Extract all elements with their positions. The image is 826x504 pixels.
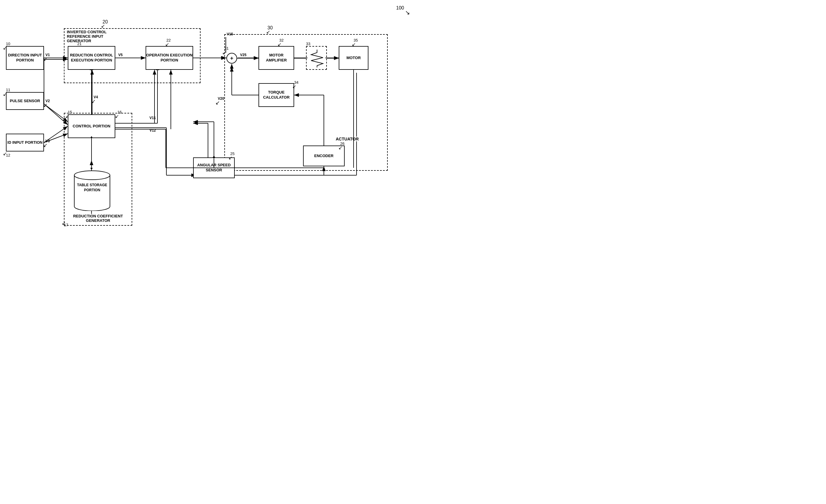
- arrow-35: ↙: [352, 42, 356, 47]
- arrow-100: ↙: [405, 9, 410, 16]
- ref-100: 100: [396, 5, 404, 11]
- arrow-26: ↙: [339, 145, 342, 150]
- inverted-control-label: INVERTED CONTROLREFERENCE INPUTGENERATOR: [67, 30, 107, 43]
- wiggly-V1: ↙: [43, 56, 48, 62]
- arrow-16: ↙: [115, 114, 119, 119]
- ref-21: 21: [77, 42, 81, 46]
- arrow-15: ↙: [65, 114, 69, 119]
- wiggly-V2: ↙: [43, 102, 48, 108]
- arrow-32: ↙: [278, 42, 281, 47]
- control-portion-block: CONTROL PORTION: [68, 114, 115, 138]
- signal-V5: V5: [118, 53, 123, 57]
- direction-input-block: DIRECTION INPUT PORTION: [6, 46, 44, 70]
- signal-V12: V12: [150, 128, 156, 132]
- pulse-sensor-block: PULSE SENSOR: [6, 92, 44, 110]
- operation-execution-block: OPERATION EXECUTION PORTION: [145, 46, 193, 70]
- signal-V15: V15: [227, 32, 233, 36]
- arrow-22: ↙: [165, 42, 169, 47]
- arrow-20: ↙: [101, 23, 105, 29]
- arrow-10: ↙: [3, 45, 7, 51]
- wiggly-V4: ↙: [91, 98, 96, 105]
- arrow-17: ↙: [62, 220, 66, 226]
- arrow-12: ↙: [3, 151, 7, 156]
- arrow-25: ↙: [229, 155, 232, 161]
- arrow-34: ↙: [292, 84, 296, 89]
- motor-amplifier-block: MOTOR AMPLIFIER: [258, 46, 294, 70]
- signal-V11: V11: [150, 116, 156, 120]
- wiggly-V3: ↙: [43, 142, 48, 148]
- table-storage-cylinder: TABLE STORAGEPORTION: [73, 169, 111, 205]
- actuator-label: ACTUATOR: [336, 137, 359, 141]
- id-input-block: ID INPUT PORTION: [6, 134, 44, 151]
- signal-V25: V25: [240, 53, 246, 57]
- reduction-coeff-label: REDUCTION COEFFICIENTGENERATOR: [67, 214, 129, 223]
- wiggly-V20: ↙: [216, 100, 220, 106]
- arrow-11: ↙: [3, 91, 7, 97]
- arrow-30: ↙: [266, 29, 270, 35]
- motor-block: MOTOR: [339, 46, 368, 70]
- ref-33: 33: [306, 42, 310, 46]
- torque-calculator-block: TORQUE CALCULATOR: [258, 83, 294, 107]
- reduction-control-block: REDUCTION CONTROL EXECUTION PORTION: [68, 46, 115, 70]
- svg-point-35: [74, 171, 110, 180]
- resistor-dashed: [306, 46, 327, 70]
- diagram: 100 ↙ DIRECTION INPUT PORTION 10 ↙ PULSE…: [0, 0, 413, 252]
